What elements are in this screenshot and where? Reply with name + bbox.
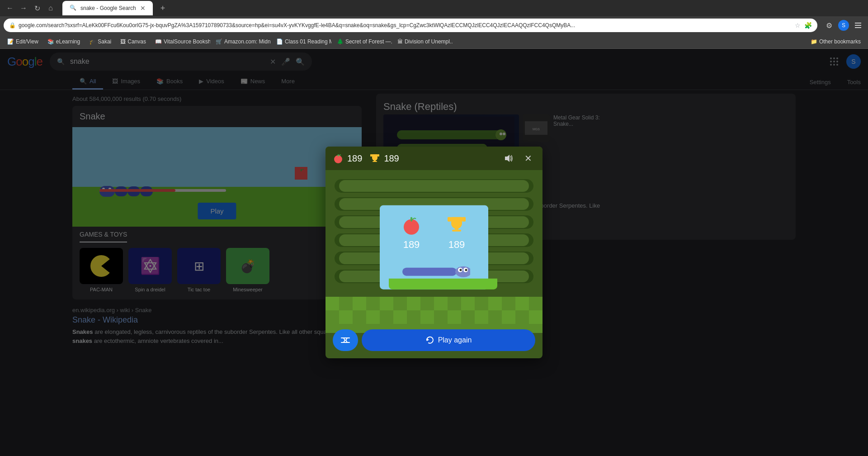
svg-rect-54 bbox=[455, 227, 458, 230]
reload-button[interactable]: ↻ bbox=[31, 2, 43, 14]
play-again-label: Play again bbox=[438, 336, 472, 344]
home-button[interactable]: ⌂ bbox=[44, 2, 57, 14]
active-tab[interactable]: 🔍 snake - Google Search ✕ bbox=[62, 1, 153, 15]
address-bar-icons: ☆ 🧩 bbox=[795, 22, 812, 29]
svg-rect-43 bbox=[515, 297, 529, 310]
bookmark-division[interactable]: 🏛 Division of Unempl... bbox=[394, 37, 453, 46]
bookmark-favicon: 📄 bbox=[276, 38, 283, 45]
go-snake-svg bbox=[398, 258, 470, 280]
bookmark-other[interactable]: 📁 Other bookmarks bbox=[807, 37, 864, 46]
extension-icon[interactable]: 🧩 bbox=[804, 22, 812, 29]
tab-bar: ← → ↻ ⌂ 🔍 snake - Google Search ✕ + bbox=[0, 0, 868, 16]
svg-rect-51 bbox=[529, 310, 542, 324]
bookmark-edit-view[interactable]: 📝 Edit/View bbox=[4, 37, 42, 46]
sound-icon bbox=[504, 154, 513, 163]
svg-point-59 bbox=[455, 266, 470, 277]
modal-game-area: 189 189 bbox=[326, 170, 542, 333]
bookmark-favicon: 🌲 bbox=[337, 38, 344, 45]
back-button[interactable]: ← bbox=[4, 2, 16, 14]
game-over-scores: 189 189 bbox=[389, 214, 479, 251]
bookmark-label: eLearning bbox=[56, 38, 80, 45]
bookmark-vitalsource[interactable]: 📖 VitalSource Booksh... bbox=[151, 37, 210, 46]
bookmark-folder-icon: 📁 bbox=[811, 38, 817, 45]
tab-close-button[interactable]: ✕ bbox=[140, 5, 146, 12]
go-best-score: 189 bbox=[446, 214, 467, 251]
svg-rect-57 bbox=[462, 217, 466, 222]
menu-button[interactable] bbox=[852, 19, 864, 32]
bookmark-favicon: 🖼 bbox=[120, 38, 126, 45]
forward-button[interactable]: → bbox=[17, 2, 30, 14]
current-score-display: 189 bbox=[333, 153, 362, 164]
apple-score-icon bbox=[333, 153, 344, 164]
svg-rect-20 bbox=[377, 154, 379, 157]
page-background: Google 🔍 snake ✕ 🎤 🔍 S 🔍 All 🖼 bbox=[0, 49, 868, 456]
bookmark-label: Sakai bbox=[98, 38, 111, 45]
bookmark-favicon: 📖 bbox=[155, 38, 162, 45]
svg-rect-56 bbox=[448, 217, 451, 222]
extensions-button[interactable]: ⚙ bbox=[823, 19, 835, 32]
go-current-score-value: 189 bbox=[403, 239, 420, 251]
bookmark-sakai[interactable]: 🎓 Sakai bbox=[85, 37, 115, 46]
svg-rect-58 bbox=[402, 268, 457, 276]
snake-game-modal: 189 189 bbox=[326, 147, 542, 358]
play-again-button[interactable]: Play again bbox=[362, 329, 535, 351]
svg-rect-47 bbox=[420, 310, 434, 324]
best-score-value: 189 bbox=[384, 153, 399, 164]
bookmark-favicon: 📚 bbox=[47, 38, 54, 45]
bookmark-secret-forest[interactable]: 🌲 Secret of Forest —... bbox=[333, 37, 392, 46]
modal-action-buttons: Play again bbox=[326, 329, 542, 358]
tab-favicon: 🔍 bbox=[70, 5, 77, 12]
go-current-score: 189 bbox=[401, 214, 422, 251]
bookmark-label: Canvas bbox=[127, 38, 146, 45]
current-score-value: 189 bbox=[347, 153, 362, 164]
browser-chrome: ← → ↻ ⌂ 🔍 snake - Google Search ✕ + 🔒 go… bbox=[0, 0, 868, 49]
bookmarks-bar: 📝 Edit/View 📚 eLearning 🎓 Sakai 🖼 Canvas… bbox=[0, 34, 868, 49]
tab-title: snake - Google Search bbox=[80, 5, 136, 11]
svg-rect-39 bbox=[407, 297, 420, 310]
svg-rect-49 bbox=[475, 310, 488, 324]
bookmark-elearning[interactable]: 📚 eLearning bbox=[44, 37, 84, 46]
svg-point-52 bbox=[404, 219, 419, 235]
grass-pattern-svg bbox=[326, 297, 542, 333]
svg-rect-18 bbox=[373, 161, 377, 162]
bookmark-canvas[interactable]: 🖼 Canvas bbox=[117, 37, 150, 46]
url-text: google.com/search?sxsrf=ALeKk00FFcu6Kou0… bbox=[19, 22, 575, 28]
svg-rect-44 bbox=[339, 310, 353, 324]
svg-rect-37 bbox=[353, 297, 366, 310]
modal-header-controls: ✕ bbox=[501, 151, 535, 166]
shuffle-button[interactable] bbox=[333, 329, 358, 351]
bookmark-favicon: 🎓 bbox=[89, 38, 96, 45]
bookmark-label: Division of Unempl... bbox=[405, 38, 453, 45]
modal-close-button[interactable]: ✕ bbox=[521, 151, 535, 166]
svg-rect-48 bbox=[448, 310, 461, 324]
dialog-ground bbox=[389, 279, 497, 290]
svg-marker-21 bbox=[505, 155, 509, 162]
lock-icon: 🔒 bbox=[9, 22, 16, 28]
sound-toggle-button[interactable] bbox=[501, 151, 515, 166]
bookmark-class01[interactable]: 📄 Class 01 Reading M... bbox=[273, 37, 331, 46]
best-score-display: 189 bbox=[369, 153, 399, 164]
svg-rect-19 bbox=[370, 154, 372, 157]
shuffle-icon bbox=[340, 335, 350, 345]
bookmark-favicon: 📝 bbox=[7, 38, 14, 45]
bookmark-favicon: 🏛 bbox=[397, 38, 403, 45]
bookmark-favicon: 🛒 bbox=[216, 38, 222, 45]
svg-rect-42 bbox=[488, 297, 502, 310]
grass-area bbox=[326, 297, 542, 333]
profile-button[interactable]: S bbox=[837, 19, 850, 32]
star-icon[interactable]: ☆ bbox=[795, 22, 801, 29]
game-over-dialog: 189 189 bbox=[380, 205, 488, 290]
svg-rect-55 bbox=[452, 230, 461, 232]
bookmark-label: Other bookmarks bbox=[819, 38, 861, 45]
svg-point-62 bbox=[460, 269, 462, 271]
bookmark-label: Secret of Forest —... bbox=[345, 38, 392, 45]
bookmark-label: Amazon.com: Midn... bbox=[224, 38, 271, 45]
svg-rect-17 bbox=[374, 160, 376, 161]
address-bar[interactable]: 🔒 google.com/search?sxsrf=ALeKk00FFcu6Ko… bbox=[4, 19, 817, 32]
bookmark-label: VitalSource Booksh... bbox=[164, 38, 210, 45]
toolbar-icons: ⚙ S bbox=[823, 19, 864, 32]
svg-marker-64 bbox=[427, 338, 429, 341]
new-tab-button[interactable]: + bbox=[156, 2, 169, 14]
address-bar-row: 🔒 google.com/search?sxsrf=ALeKk00FFcu6Ko… bbox=[0, 16, 868, 34]
bookmark-amazon[interactable]: 🛒 Amazon.com: Midn... bbox=[212, 37, 271, 46]
